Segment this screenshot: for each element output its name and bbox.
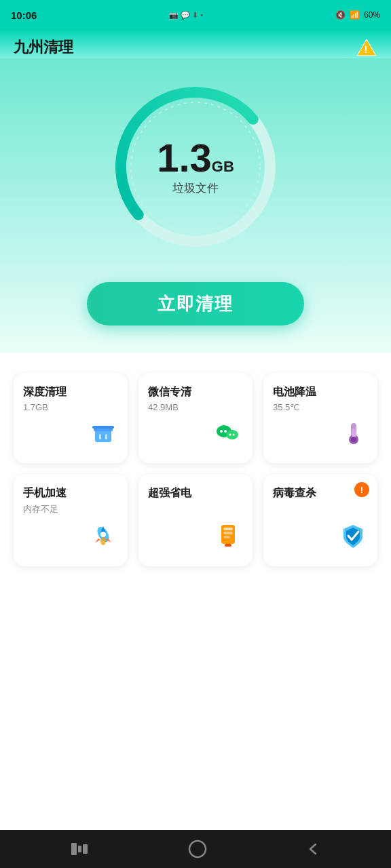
storage-value: 1.3: [157, 136, 212, 180]
status-bar: 10:06 📷 💬 ⬇ • 🔇 📶 60%: [0, 0, 391, 30]
svg-point-14: [229, 434, 231, 436]
svg-rect-33: [83, 844, 88, 854]
svg-rect-7: [92, 426, 114, 429]
back-nav-button[interactable]: [293, 836, 335, 862]
card-value-battery-cool: 35.5℃: [273, 402, 368, 412]
status-right-icons: 🔇 📶 60%: [335, 10, 380, 20]
card-value-deep-clean: 1.7GB: [23, 402, 118, 412]
battery-text: 60%: [364, 10, 380, 20]
menu-nav-button[interactable]: [56, 836, 103, 862]
virus-scan-badge: !: [354, 482, 369, 497]
svg-point-11: [220, 430, 223, 433]
svg-point-19: [351, 437, 356, 442]
svg-rect-5: [95, 430, 111, 442]
card-title-deep-clean: 深度清理: [23, 385, 118, 399]
feature-card-virus-scan[interactable]: ! 病毒查杀: [263, 474, 377, 566]
svg-rect-29: [223, 536, 230, 538]
storage-label: 垃圾文件: [157, 180, 234, 196]
svg-rect-30: [225, 544, 231, 547]
svg-text:!: !: [365, 44, 368, 55]
storage-display: 1.3GB: [157, 138, 234, 178]
rocket-icon: [88, 521, 118, 557]
svg-point-12: [224, 430, 227, 433]
wechat-icon: [213, 418, 243, 454]
card-title-virus-scan: 病毒查杀: [273, 486, 368, 500]
card-value-wechat-clean: 42.9MB: [148, 402, 243, 412]
card-title-battery-cool: 电池降温: [273, 385, 368, 399]
svg-rect-8: [99, 434, 101, 439]
svg-rect-27: [223, 528, 233, 530]
card-value-phone-boost: 内存不足: [23, 503, 118, 515]
feature-card-power-save[interactable]: 超强省电: [138, 474, 253, 566]
status-center-icons: 📷 💬 ⬇ •: [169, 11, 203, 20]
svg-marker-23: [95, 538, 100, 542]
shield-icon: [338, 521, 368, 557]
ring-center: 1.3GB 垃圾文件: [157, 138, 234, 196]
card-title-phone-boost: 手机加速: [23, 486, 118, 500]
cards-grid: 深度清理 1.7GB 微信专清 42.9MB: [14, 373, 377, 566]
mute-icon: 🔇: [335, 10, 346, 20]
feature-card-wechat-clean[interactable]: 微信专清 42.9MB: [138, 373, 253, 463]
hero-section: 1.3GB 垃圾文件 立即清理: [0, 58, 391, 353]
thermometer-icon: [338, 418, 368, 454]
svg-rect-28: [223, 532, 233, 534]
svg-rect-9: [105, 434, 107, 439]
svg-point-25: [100, 537, 106, 545]
feature-card-battery-cool[interactable]: 电池降温 35.5℃: [263, 373, 377, 463]
svg-point-13: [226, 430, 238, 439]
app-header: 九州清理 !: [0, 30, 391, 58]
deep-clean-icon: [88, 418, 118, 454]
card-title-wechat-clean: 微信专清: [148, 385, 243, 399]
notification-icons: 📷 💬 ⬇ •: [169, 11, 203, 20]
svg-rect-31: [71, 843, 77, 855]
status-time: 10:06: [11, 9, 37, 21]
home-nav-button[interactable]: [174, 834, 221, 864]
feature-card-phone-boost[interactable]: 手机加速 内存不足: [14, 474, 128, 566]
svg-point-22: [100, 532, 106, 537]
feature-card-deep-clean[interactable]: 深度清理 1.7GB: [14, 373, 128, 463]
bottom-nav: [0, 830, 391, 868]
svg-rect-32: [78, 846, 81, 852]
svg-point-15: [233, 434, 235, 436]
cards-section: 深度清理 1.7GB 微信专清 42.9MB: [0, 353, 391, 830]
clean-button[interactable]: 立即清理: [87, 282, 304, 326]
power-save-icon: [213, 521, 243, 557]
ring-gauge: 1.3GB 垃圾文件: [107, 79, 284, 255]
warning-icon[interactable]: !: [356, 37, 377, 58]
card-title-power-save: 超强省电: [148, 486, 243, 500]
wifi-icon: 📶: [350, 10, 360, 20]
svg-point-34: [189, 841, 206, 857]
storage-unit: GB: [212, 158, 234, 175]
app-title: 九州清理: [14, 37, 73, 58]
